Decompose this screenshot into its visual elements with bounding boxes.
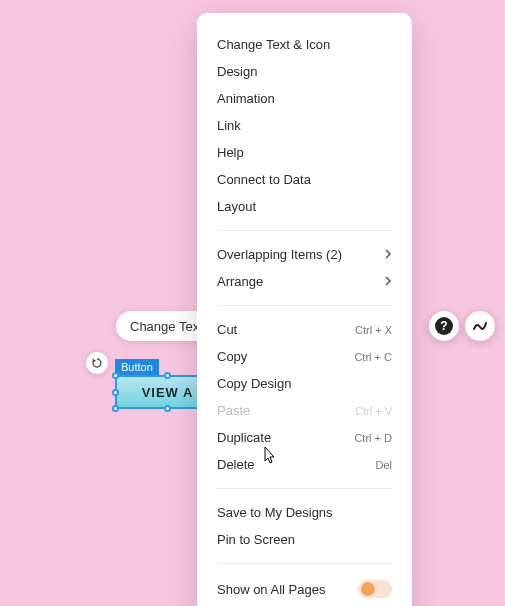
- question-icon: ?: [435, 317, 453, 335]
- menu-item-label: Copy Design: [217, 376, 291, 391]
- menu-item-label: Duplicate: [217, 430, 271, 445]
- menu-item-label: Link: [217, 118, 241, 133]
- menu-item-label: Save to My Designs: [217, 505, 333, 520]
- menu-paste: Paste Ctrl + V: [197, 397, 412, 424]
- menu-item-label: Delete: [217, 457, 255, 472]
- animations-button[interactable]: [465, 311, 495, 341]
- menu-show-all-pages[interactable]: Show on All Pages: [197, 574, 412, 604]
- menu-copy[interactable]: Copy Ctrl + C: [197, 343, 412, 370]
- selected-button-text: VIEW A: [142, 385, 194, 400]
- toggle-knob: [361, 582, 375, 596]
- menu-item-label: Copy: [217, 349, 247, 364]
- resize-handle-mid-left[interactable]: [112, 389, 119, 396]
- menu-separator: [217, 305, 392, 306]
- menu-shortcut: Ctrl + X: [355, 324, 392, 336]
- menu-shortcut: Del: [375, 459, 392, 471]
- squiggle-icon: [472, 318, 488, 334]
- menu-shortcut: Ctrl + V: [355, 405, 392, 417]
- menu-cut[interactable]: Cut Ctrl + X: [197, 316, 412, 343]
- menu-item-label: Help: [217, 145, 244, 160]
- menu-animation[interactable]: Animation: [197, 85, 412, 112]
- toggle-switch[interactable]: [358, 580, 392, 598]
- menu-item-label: Change Text & Icon: [217, 37, 330, 52]
- menu-link[interactable]: Link: [197, 112, 412, 139]
- menu-item-label: Overlapping Items (2): [217, 247, 342, 262]
- menu-help[interactable]: Help: [197, 139, 412, 166]
- menu-item-label: Layout: [217, 199, 256, 214]
- menu-separator: [217, 563, 392, 564]
- menu-layout[interactable]: Layout: [197, 193, 412, 220]
- chevron-right-icon: [384, 274, 392, 289]
- menu-shortcut: Ctrl + D: [354, 432, 392, 444]
- resize-handle-bot-mid[interactable]: [164, 405, 171, 412]
- menu-separator: [217, 230, 392, 231]
- menu-item-label: Cut: [217, 322, 237, 337]
- pointer-cursor-icon: [261, 447, 279, 469]
- resize-handle-top-mid[interactable]: [164, 372, 171, 379]
- selection-type-label: Button: [115, 359, 159, 375]
- menu-change-text-icon[interactable]: Change Text & Icon: [197, 31, 412, 58]
- menu-pin-to-screen[interactable]: Pin to Screen: [197, 526, 412, 553]
- menu-item-label: Show on All Pages: [217, 582, 325, 597]
- context-menu: Change Text & Icon Design Animation Link…: [197, 13, 412, 606]
- menu-save-my-designs[interactable]: Save to My Designs: [197, 499, 412, 526]
- menu-item-label: Animation: [217, 91, 275, 106]
- menu-copy-design[interactable]: Copy Design: [197, 370, 412, 397]
- resize-handle-bot-left[interactable]: [112, 405, 119, 412]
- menu-item-label: Design: [217, 64, 257, 79]
- change-text-button[interactable]: Change Tex: [130, 319, 199, 334]
- revert-button[interactable]: [86, 352, 108, 374]
- editor-canvas: Change Tex ? Button VIEW A Change Text &…: [0, 0, 505, 606]
- menu-overlapping-items[interactable]: Overlapping Items (2): [197, 241, 412, 268]
- menu-connect-data[interactable]: Connect to Data: [197, 166, 412, 193]
- resize-handle-top-left[interactable]: [112, 372, 119, 379]
- menu-item-label: Paste: [217, 403, 250, 418]
- undo-icon: [91, 357, 103, 369]
- chevron-right-icon: [384, 247, 392, 262]
- help-button[interactable]: ?: [429, 311, 459, 341]
- menu-shortcut: Ctrl + C: [354, 351, 392, 363]
- menu-duplicate[interactable]: Duplicate Ctrl + D: [197, 424, 412, 451]
- menu-delete[interactable]: Delete Del: [197, 451, 412, 478]
- menu-item-label: Pin to Screen: [217, 532, 295, 547]
- menu-arrange[interactable]: Arrange: [197, 268, 412, 295]
- menu-item-label: Connect to Data: [217, 172, 311, 187]
- menu-separator: [217, 488, 392, 489]
- menu-design[interactable]: Design: [197, 58, 412, 85]
- menu-item-label: Arrange: [217, 274, 263, 289]
